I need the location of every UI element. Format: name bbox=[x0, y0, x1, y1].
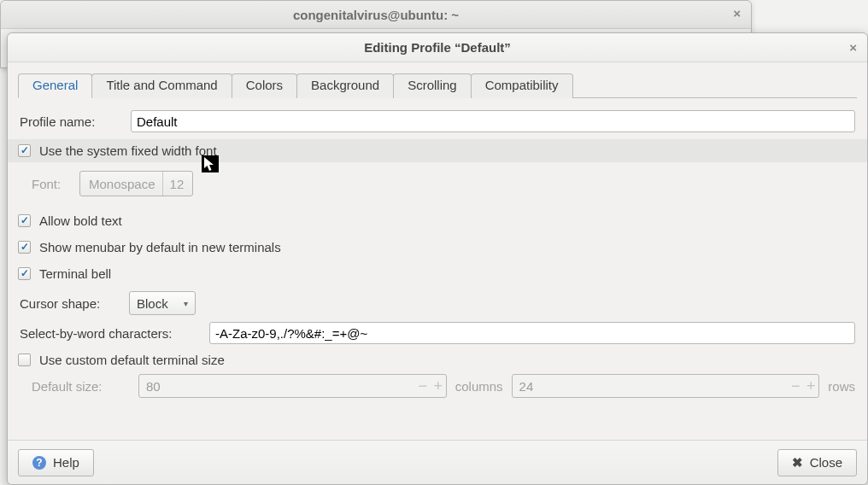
terminal-bell-checkbox[interactable] bbox=[18, 267, 31, 280]
terminal-close-icon[interactable]: × bbox=[733, 6, 741, 20]
dialog-title: Editing Profile “Default” bbox=[364, 40, 511, 55]
tab-general[interactable]: General bbox=[18, 73, 92, 98]
close-button-label: Close bbox=[810, 455, 842, 470]
terminal-bell-label: Terminal bell bbox=[39, 266, 111, 281]
select-by-word-row: Select-by-word characters: bbox=[20, 322, 855, 344]
help-button[interactable]: ? Help bbox=[18, 449, 94, 476]
columns-spinner: 80 − + bbox=[138, 374, 447, 398]
cursor-shape-value: Block bbox=[137, 296, 168, 311]
tab-scrolling[interactable]: Scrolling bbox=[393, 73, 472, 98]
cursor-shape-label: Cursor shape: bbox=[20, 296, 129, 311]
profile-dialog: Editing Profile “Default” × General Titl… bbox=[7, 32, 868, 485]
tab-compatibility[interactable]: Compatibility bbox=[471, 73, 573, 98]
help-icon: ? bbox=[32, 456, 46, 470]
help-button-label: Help bbox=[53, 455, 79, 470]
close-button[interactable]: ✖ Close bbox=[777, 449, 857, 476]
show-menubar-label: Show menubar by default in new terminals bbox=[39, 240, 281, 254]
default-size-row: Default size: 80 − + columns 24 − + rows bbox=[20, 374, 855, 398]
separator bbox=[162, 172, 163, 196]
close-icon: ✖ bbox=[792, 455, 803, 470]
minus-icon: − bbox=[415, 378, 431, 394]
tabs: General Title and Command Colors Backgro… bbox=[18, 73, 857, 98]
font-chooser-button: Monospace 12 bbox=[79, 171, 193, 196]
use-system-font-row[interactable]: Use the system fixed width font bbox=[8, 139, 867, 162]
profile-name-input[interactable] bbox=[131, 110, 855, 132]
allow-bold-row[interactable]: Allow bold text bbox=[18, 212, 855, 230]
show-menubar-row[interactable]: Show menubar by default in new terminals bbox=[18, 238, 855, 256]
profile-name-label: Profile name: bbox=[20, 114, 131, 129]
rows-value: 24 bbox=[513, 379, 789, 394]
default-size-label: Default size: bbox=[32, 379, 130, 394]
allow-bold-checkbox[interactable] bbox=[18, 214, 31, 227]
use-system-font-checkbox[interactable] bbox=[18, 144, 31, 157]
chevron-down-icon: ▾ bbox=[184, 299, 188, 308]
custom-size-row[interactable]: Use custom default terminal size bbox=[18, 351, 855, 369]
dialog-titlebar: Editing Profile “Default” × bbox=[8, 33, 867, 62]
font-family: Monospace bbox=[89, 177, 155, 191]
custom-size-checkbox[interactable] bbox=[18, 354, 31, 366]
terminal-title: congenitalvirus@ubuntu: ~ bbox=[293, 8, 459, 22]
dialog-footer: ? Help ✖ Close bbox=[8, 440, 867, 484]
cursor-shape-row: Cursor shape: Block ▾ bbox=[20, 291, 855, 315]
rows-label: rows bbox=[828, 379, 855, 394]
select-by-word-label: Select-by-word characters: bbox=[20, 326, 209, 341]
custom-size-label: Use custom default terminal size bbox=[39, 353, 225, 367]
plus-icon: + bbox=[803, 378, 818, 394]
font-row: Font: Monospace 12 bbox=[20, 171, 855, 196]
minus-icon: − bbox=[788, 378, 803, 394]
font-label: Font: bbox=[32, 177, 79, 191]
select-by-word-input[interactable] bbox=[209, 322, 855, 344]
tab-title-and-command[interactable]: Title and Command bbox=[91, 73, 232, 98]
tab-colors[interactable]: Colors bbox=[232, 73, 297, 98]
allow-bold-label: Allow bold text bbox=[39, 213, 122, 228]
use-system-font-label: Use the system fixed width font bbox=[39, 143, 217, 158]
font-size: 12 bbox=[170, 177, 185, 191]
profile-name-row: Profile name: bbox=[20, 110, 855, 132]
columns-label: columns bbox=[455, 379, 503, 394]
dialog-close-icon[interactable]: × bbox=[849, 40, 857, 55]
columns-value: 80 bbox=[139, 379, 415, 394]
show-menubar-checkbox[interactable] bbox=[18, 241, 31, 254]
terminal-bell-row[interactable]: Terminal bell bbox=[18, 265, 855, 283]
terminal-titlebar: congenitalvirus@ubuntu: ~ × bbox=[1, 1, 751, 29]
tab-background[interactable]: Background bbox=[296, 73, 394, 98]
cursor-shape-select[interactable]: Block ▾ bbox=[129, 291, 196, 315]
plus-icon: + bbox=[431, 378, 446, 394]
rows-spinner: 24 − + bbox=[512, 374, 820, 398]
